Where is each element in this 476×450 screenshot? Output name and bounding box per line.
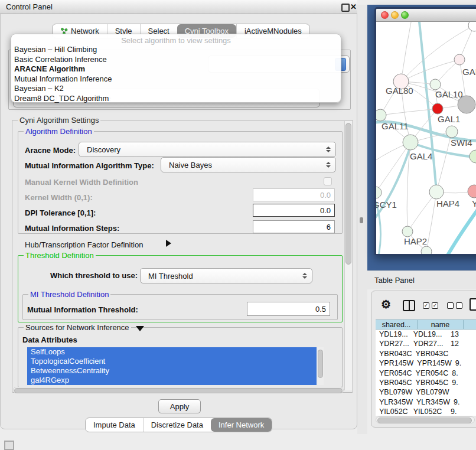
column-header-name[interactable]: name: [418, 319, 464, 330]
split-panel-icon[interactable]: [403, 300, 415, 311]
manual-kernel-label: Manual Kernel Width Definition: [25, 178, 138, 187]
table-cell: YPR145W: [376, 358, 413, 368]
tab-label: Discretize Data: [151, 420, 203, 429]
algorithm-option-basic-correlation-inference[interactable]: Basic Correlation Inference: [11, 55, 341, 65]
aracne-mode-label: Aracne Mode:: [25, 146, 76, 155]
table-body: YDL19...YDL19...13YDR27...YDR27...12YBR0…: [376, 330, 476, 416]
mi-steps-field[interactable]: 6: [253, 220, 335, 233]
minimize-traffic-light[interactable]: [391, 11, 399, 19]
network-node[interactable]: [421, 246, 432, 254]
attribute-item-selfloops[interactable]: SelfLoops: [27, 347, 324, 357]
algorithm-option-mutual-information-inference[interactable]: Mutual Information Inference: [11, 74, 341, 84]
table-row[interactable]: YBL079WYBL079W: [376, 387, 476, 397]
algorithm-option-dream8-dc-tdc-algorithm[interactable]: Dream8 DC_TDC Algorithm: [11, 94, 341, 104]
node-label-gal10: GAL10: [435, 89, 463, 99]
dock-grip-icon[interactable]: [4, 441, 14, 450]
node-label-gal1: GAL1: [438, 114, 460, 124]
apply-button[interactable]: Apply: [158, 399, 201, 413]
table-row[interactable]: YER054CYER054C8.: [376, 369, 476, 378]
network-node[interactable]: [446, 126, 458, 138]
table-cell: YER054C: [412, 369, 449, 378]
network-node[interactable]: [376, 109, 386, 121]
table-cell: 8.: [448, 369, 476, 378]
algorithm-option-bayesian-hill-climbing[interactable]: Bayesian – Hill Climbing: [11, 45, 341, 55]
which-threshold-combo[interactable]: MI Threshold: [140, 268, 312, 283]
table-row[interactable]: YBR045CYBR045C9.: [376, 378, 476, 387]
cyni-settings-title: Cyni Algorithm Settings: [18, 116, 100, 125]
network-node[interactable]: [430, 79, 441, 90]
attribute-item-topologicalcoefficient[interactable]: TopologicalCoefficient: [27, 357, 324, 366]
splitter-grip-icon: [360, 217, 363, 223]
network-node[interactable]: [376, 187, 382, 198]
settings-vertical-scrollbar[interactable]: [344, 121, 352, 390]
network-node[interactable]: [403, 135, 418, 150]
table-cell: 12: [447, 339, 476, 348]
sources-collapse-icon[interactable]: [136, 326, 144, 331]
node-label-gal11: GAL11: [382, 121, 409, 131]
algorithm-option-aracne-algorithm[interactable]: ARACNE Algorithm: [11, 64, 341, 74]
document-icon[interactable]: [470, 298, 476, 311]
sources-title[interactable]: Sources for Network Inference: [24, 323, 131, 332]
table-cell: YLR345W: [376, 397, 413, 407]
close-traffic-light[interactable]: [381, 11, 389, 19]
zoom-traffic-light[interactable]: [401, 11, 409, 19]
aracne-mode-combo[interactable]: Discovery: [79, 142, 336, 157]
mi-type-combo[interactable]: Naive Bayes: [161, 157, 336, 172]
network-node[interactable]: [470, 150, 476, 163]
attribute-item-gal4rgexp[interactable]: gal4RGexp: [27, 376, 324, 385]
hub-section-label[interactable]: Hub/Transcription Factor Definition: [25, 240, 143, 249]
unchecked-checkbox-icon[interactable]: [456, 302, 462, 309]
kernel-width-field[interactable]: 0.0: [253, 188, 335, 201]
float-icon[interactable]: [341, 4, 350, 12]
table-row[interactable]: YIL052CYIL052C9.: [376, 407, 476, 416]
table-cell: 9.: [448, 378, 476, 387]
network-window-titlebar[interactable]: [376, 9, 476, 22]
table-row[interactable]: YDL19...YDL19...13: [376, 330, 476, 339]
algorithm-option-bayesian-k2[interactable]: Bayesian – K2: [11, 84, 341, 94]
data-attributes-list[interactable]: SelfLoopsTopologicalCoefficientBetweenne…: [27, 347, 324, 385]
column-header-a[interactable]: A: [464, 319, 476, 330]
panel-splitter[interactable]: [357, 5, 367, 434]
column-header-shared[interactable]: shared...: [376, 319, 418, 330]
tab-impute-data[interactable]: Impute Data: [86, 418, 143, 432]
which-threshold-label: Which threshold to use:: [50, 271, 138, 280]
screen: Control Panel ✕ NetworkStyleSelectCyni T…: [0, 0, 476, 450]
table-row[interactable]: YLR345WYLR345W9.: [376, 397, 476, 407]
table-row[interactable]: YPR145WYPR145W9.: [376, 358, 476, 368]
gear-icon[interactable]: ⚙: [381, 298, 391, 311]
network-node[interactable]: [402, 226, 413, 237]
tab-infer-network[interactable]: Infer Network: [211, 418, 272, 432]
algorithm-definition-title: Algorithm Definition: [24, 127, 94, 136]
table-cell: YDL19...: [376, 330, 410, 339]
tab-discretize-data[interactable]: Discretize Data: [143, 418, 211, 432]
table-cell: 9.: [452, 358, 476, 368]
table-horizontal-scrollbar[interactable]: [376, 416, 475, 423]
manual-kernel-checkbox[interactable]: [324, 177, 332, 185]
network-node[interactable]: [468, 185, 476, 198]
settings-horizontal-scrollbar[interactable]: [13, 387, 344, 393]
network-node[interactable]: [429, 185, 444, 199]
network-node[interactable]: [454, 54, 465, 65]
dpi-tolerance-field[interactable]: 0.0: [253, 204, 335, 217]
node-label-swi4: SWI4: [451, 138, 472, 148]
network-canvas[interactable]: GALGAL80GAL10GAL1GAL11SWI4GAL4GCY1HAP4YH…: [376, 22, 476, 254]
checked-checkbox-icon[interactable]: ✓: [432, 302, 438, 309]
unchecked-checkbox-icon[interactable]: [447, 302, 454, 309]
table-row[interactable]: YBR043CYBR043C: [376, 349, 476, 358]
network-edge: [436, 132, 452, 192]
hub-expand-icon[interactable]: [166, 240, 171, 247]
table-cell: 9.: [450, 397, 476, 407]
network-node[interactable]: [468, 22, 476, 31]
algorithm-dropdown: Select algorithm to view settings Bayesi…: [11, 34, 341, 103]
table-cell: YIL052C: [410, 407, 447, 416]
close-icon[interactable]: ✕: [350, 2, 357, 11]
table-row[interactable]: YDR27...YDR27...12: [376, 339, 476, 348]
network-node[interactable]: [432, 103, 443, 114]
checked-checkbox-icon[interactable]: ✓: [423, 302, 429, 309]
table-cell: YIL052C: [376, 407, 410, 416]
attribute-item-betweennesscentrality[interactable]: BetweennessCentrality: [27, 366, 324, 376]
attributes-scrollbar[interactable]: [317, 347, 324, 385]
mi-threshold-title: MI Threshold Definition: [28, 290, 110, 299]
mi-threshold-field[interactable]: 0.5: [247, 302, 330, 316]
table-cell: YBL079W: [412, 387, 449, 397]
